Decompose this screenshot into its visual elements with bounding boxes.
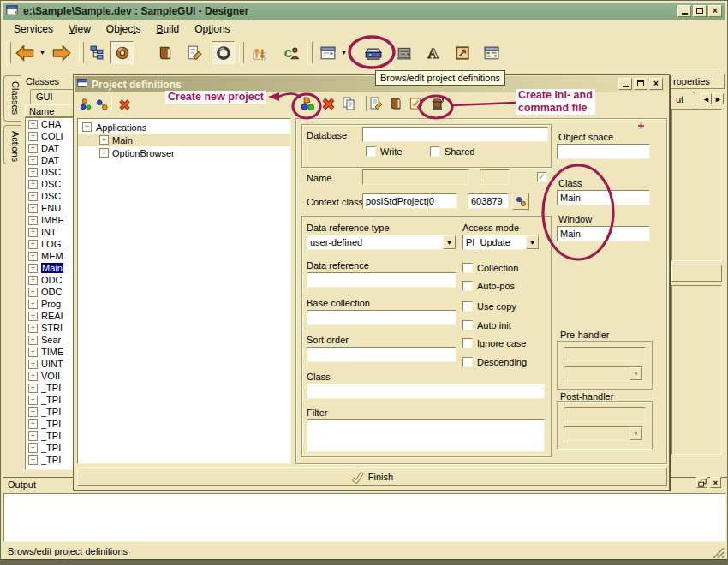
create-ini-command-file-button[interactable]: [429, 95, 446, 112]
expander-plus-icon[interactable]: [28, 348, 38, 357]
output-float-button[interactable]: [696, 477, 707, 488]
window-form-button[interactable]: [480, 41, 503, 64]
data-ref-type-dropdown[interactable]: user-defined▼: [307, 235, 456, 250]
minimize-button[interactable]: [677, 5, 691, 17]
edit-definition-button[interactable]: [367, 95, 385, 112]
toolbar-grip[interactable]: [6, 42, 11, 63]
expander-plus-icon[interactable]: [28, 264, 38, 273]
class-tree-item[interactable]: CHA: [26, 118, 74, 130]
object-space-input[interactable]: [557, 144, 650, 159]
expander-plus-icon[interactable]: [28, 360, 38, 369]
project-tree[interactable]: Applications Main OptionBrowser: [77, 118, 291, 464]
side-tab-actions[interactable]: Actions: [3, 125, 21, 164]
expander-plus-icon[interactable]: [28, 312, 38, 321]
auto-init-checkbox[interactable]: [462, 320, 473, 330]
context-class-browse-button[interactable]: [512, 193, 529, 210]
context-id-input[interactable]: [468, 193, 509, 209]
expander-plus-icon[interactable]: [28, 204, 38, 213]
check-edit-button[interactable]: [408, 95, 425, 112]
caret-down-icon[interactable]: ▼: [443, 235, 456, 249]
class-tree-item[interactable]: DAT: [26, 142, 74, 154]
copy-button[interactable]: [340, 95, 357, 112]
class-tree-item[interactable]: DAT: [26, 154, 74, 166]
class-tree-item[interactable]: _TPI: [26, 418, 74, 430]
dialog-maximize-button[interactable]: [634, 78, 647, 90]
tab-scroll-left-button[interactable]: ◄: [701, 93, 712, 104]
expander-plus-icon[interactable]: [28, 192, 38, 201]
edit-source-button[interactable]: [182, 41, 206, 64]
project-tree-item[interactable]: Main: [78, 134, 290, 146]
class-tree-item[interactable]: INT: [26, 226, 74, 238]
data-reference-input[interactable]: [307, 272, 456, 288]
sort-order-input[interactable]: [307, 347, 456, 362]
class-input[interactable]: [307, 384, 545, 399]
menu-item[interactable]: Objects: [98, 21, 149, 37]
expander-plus-icon[interactable]: [28, 372, 38, 381]
class-tree-item[interactable]: _TPI: [26, 442, 74, 454]
class-tree-item[interactable]: Prog: [26, 298, 74, 310]
menu-item[interactable]: Build: [149, 21, 188, 37]
context-class-input[interactable]: [362, 193, 457, 209]
expander-plus-icon[interactable]: [28, 228, 38, 237]
finish-button[interactable]: Finish: [77, 467, 667, 486]
class-tree-item[interactable]: ODC: [26, 274, 74, 286]
tab-gui-classes[interactable]: GUI Cla: [30, 89, 75, 104]
class-tree-item[interactable]: REAI: [26, 310, 74, 322]
properties-tab[interactable]: ut: [670, 92, 695, 106]
device-button[interactable]: [392, 41, 415, 64]
shared-checkbox[interactable]: [430, 146, 440, 157]
expander-plus-icon[interactable]: [28, 419, 38, 429]
book-button[interactable]: [387, 95, 404, 112]
class-tree-item[interactable]: _TPI: [26, 406, 74, 418]
window-input[interactable]: [557, 226, 650, 241]
class-tree-item[interactable]: _TPI: [26, 430, 74, 442]
database-input[interactable]: [362, 127, 548, 142]
forward-button[interactable]: [50, 41, 73, 64]
expander-plus-icon[interactable]: [28, 431, 38, 441]
close-button[interactable]: ×: [708, 5, 722, 17]
expander-plus-icon[interactable]: [28, 324, 38, 333]
link-item-button[interactable]: [93, 96, 110, 113]
expander-plus-icon[interactable]: [28, 407, 38, 417]
image-button[interactable]: [451, 41, 474, 64]
dialog-minimize-button[interactable]: [618, 78, 632, 90]
browse-project-definitions-button[interactable]: [361, 41, 385, 64]
expander-plus-icon[interactable]: [99, 148, 109, 158]
expander-plus-icon[interactable]: [28, 120, 38, 129]
project-tree-item[interactable]: Applications: [78, 121, 290, 134]
expander-plus-icon[interactable]: [28, 336, 38, 345]
class-tree-item[interactable]: _TPI: [26, 454, 74, 466]
ignore-case-checkbox[interactable]: [462, 338, 473, 348]
class-tree[interactable]: CHA COLI DAT DAT DSC DSC DSC ENU IMBE IN…: [25, 117, 75, 470]
column-header-name[interactable]: Name: [25, 104, 75, 117]
class-tree-item[interactable]: VOII: [26, 370, 74, 382]
class-tree-item[interactable]: DSC: [26, 166, 74, 178]
transfer-button[interactable]: [248, 41, 271, 64]
back-button[interactable]: [13, 41, 36, 64]
class-tree-item[interactable]: Main: [26, 262, 74, 274]
class-tree-item[interactable]: Sear: [26, 334, 74, 346]
class-tree-item[interactable]: DSC: [26, 178, 74, 190]
dialog-close-button[interactable]: ×: [649, 78, 663, 90]
project-tree-item[interactable]: OptionBrowser: [78, 146, 290, 159]
menu-item[interactable]: Services: [6, 21, 61, 37]
output-close-button[interactable]: ×: [710, 477, 721, 488]
font-button[interactable]: A: [421, 41, 445, 64]
expander-plus-icon[interactable]: [28, 252, 38, 261]
form-list-dropdown[interactable]: ▼: [338, 41, 349, 64]
caret-down-icon[interactable]: ▼: [526, 235, 539, 249]
expander-plus-icon[interactable]: [28, 240, 38, 249]
expander-plus-icon[interactable]: [82, 122, 92, 132]
delete-project-button[interactable]: [319, 95, 337, 112]
expander-plus-icon[interactable]: [28, 455, 38, 465]
filter-textarea[interactable]: [307, 419, 545, 452]
base-collection-input[interactable]: [307, 310, 456, 325]
maximize-button[interactable]: [693, 5, 707, 17]
properties-panel-title[interactable]: roperties: [670, 74, 725, 89]
class-hierarchy-button[interactable]: [86, 41, 109, 64]
create-new-project-button[interactable]: [299, 95, 316, 112]
back-history-dropdown[interactable]: ▼: [37, 41, 48, 64]
class-tree-item[interactable]: UINT: [26, 358, 74, 370]
expander-plus-icon[interactable]: [28, 168, 38, 177]
expander-plus-icon[interactable]: [28, 180, 38, 189]
